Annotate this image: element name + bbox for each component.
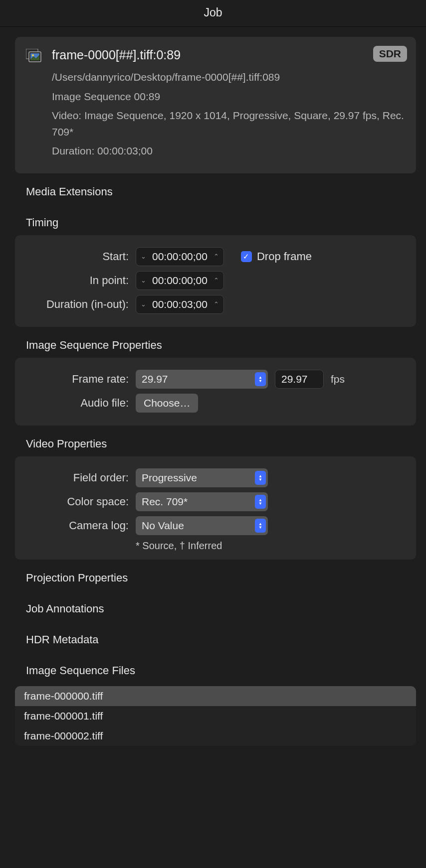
file-row[interactable]: frame-000002.tiff bbox=[15, 726, 416, 746]
duration-label: Duration (in-out): bbox=[26, 298, 129, 311]
frame-rate-unit: fps bbox=[331, 373, 345, 385]
image-sequence-icon bbox=[26, 49, 43, 64]
job-info-card: frame-0000[##].tiff:0:89 /Users/dannyric… bbox=[15, 37, 416, 173]
section-timing[interactable]: Timing bbox=[15, 204, 416, 235]
section-media-extensions[interactable]: Media Extensions bbox=[15, 173, 416, 204]
section-projection-properties[interactable]: Projection Properties bbox=[15, 560, 416, 590]
select-caret-icon: ▲▼ bbox=[255, 372, 266, 386]
start-label: Start: bbox=[26, 250, 129, 263]
job-video-info: Video: Image Sequence, 1920 x 1014, Prog… bbox=[52, 108, 405, 140]
camera-log-label: Camera log: bbox=[26, 519, 129, 532]
image-sequence-file-list[interactable]: frame-000000.tiff frame-000001.tiff fram… bbox=[15, 686, 416, 746]
choose-audio-button[interactable]: Choose… bbox=[136, 394, 198, 413]
section-video-properties[interactable]: Video Properties bbox=[15, 426, 416, 456]
camera-log-select[interactable]: No Value ▲▼ bbox=[136, 516, 268, 535]
chevron-down-icon[interactable]: ⌄ bbox=[137, 248, 149, 266]
chevron-up-icon[interactable]: ⌃ bbox=[211, 295, 222, 313]
audio-file-label: Audio file: bbox=[26, 397, 129, 410]
section-job-annotations[interactable]: Job Annotations bbox=[15, 590, 416, 621]
drop-frame-label[interactable]: Drop frame bbox=[257, 250, 312, 263]
section-image-sequence-files[interactable]: Image Sequence Files bbox=[15, 652, 416, 683]
job-duration: Duration: 00:00:03;00 bbox=[52, 143, 405, 159]
duration-stepper[interactable]: ⌄ 00:00:03;00 ⌃ bbox=[136, 295, 224, 314]
chevron-down-icon[interactable]: ⌄ bbox=[137, 295, 149, 313]
image-sequence-panel: Frame rate: 29.97 ▲▼ 29.97 fps Audio fil… bbox=[15, 358, 416, 426]
section-hdr-metadata[interactable]: HDR Metadata bbox=[15, 621, 416, 652]
chevron-down-icon[interactable]: ⌄ bbox=[137, 272, 149, 289]
select-caret-icon: ▲▼ bbox=[255, 519, 266, 533]
window-title: Job bbox=[0, 0, 426, 27]
camera-log-value: No Value bbox=[142, 520, 184, 532]
color-space-label: Color space: bbox=[26, 495, 129, 508]
start-stepper[interactable]: ⌄ 00:00:00;00 ⌃ bbox=[136, 247, 224, 266]
inpoint-stepper[interactable]: ⌄ 00:00:00;00 ⌃ bbox=[136, 271, 224, 290]
chevron-up-icon[interactable]: ⌃ bbox=[211, 272, 222, 289]
frame-rate-select-value: 29.97 bbox=[142, 373, 168, 385]
select-caret-icon: ▲▼ bbox=[255, 495, 266, 509]
select-caret-icon: ▲▼ bbox=[255, 471, 266, 485]
frame-rate-select[interactable]: 29.97 ▲▼ bbox=[136, 370, 268, 389]
svg-point-3 bbox=[32, 54, 34, 56]
job-path: /Users/dannyrico/Desktop/frame-0000[##].… bbox=[52, 69, 405, 86]
sdr-badge: SDR bbox=[373, 46, 407, 62]
color-space-select[interactable]: Rec. 709* ▲▼ bbox=[136, 492, 268, 511]
inpoint-value[interactable]: 00:00:00;00 bbox=[149, 275, 211, 287]
file-row[interactable]: frame-000000.tiff bbox=[15, 686, 416, 706]
video-properties-panel: Field order: Progressive ▲▼ Color space:… bbox=[15, 456, 416, 560]
drop-frame-checkbox[interactable]: ✓ bbox=[241, 251, 252, 262]
chevron-up-icon[interactable]: ⌃ bbox=[211, 248, 222, 266]
field-order-value: Progressive bbox=[142, 472, 197, 484]
video-properties-footnote: * Source, † Inferred bbox=[136, 540, 405, 552]
color-space-value: Rec. 709* bbox=[142, 496, 188, 508]
job-filename: frame-0000[##].tiff:0:89 bbox=[52, 48, 405, 62]
job-sequence: Image Sequence 00:89 bbox=[52, 89, 405, 105]
file-row[interactable]: frame-000001.tiff bbox=[15, 706, 416, 726]
duration-value[interactable]: 00:00:03;00 bbox=[149, 298, 211, 310]
field-order-label: Field order: bbox=[26, 471, 129, 484]
field-order-select[interactable]: Progressive ▲▼ bbox=[136, 468, 268, 487]
inpoint-label: In point: bbox=[26, 274, 129, 287]
section-image-sequence-properties[interactable]: Image Sequence Properties bbox=[15, 327, 416, 358]
start-value[interactable]: 00:00:00;00 bbox=[149, 251, 211, 263]
frame-rate-input[interactable]: 29.97 bbox=[275, 370, 324, 389]
frame-rate-label: Frame rate: bbox=[26, 373, 129, 386]
timing-panel: Start: ⌄ 00:00:00;00 ⌃ ✓ Drop frame In p… bbox=[15, 235, 416, 327]
